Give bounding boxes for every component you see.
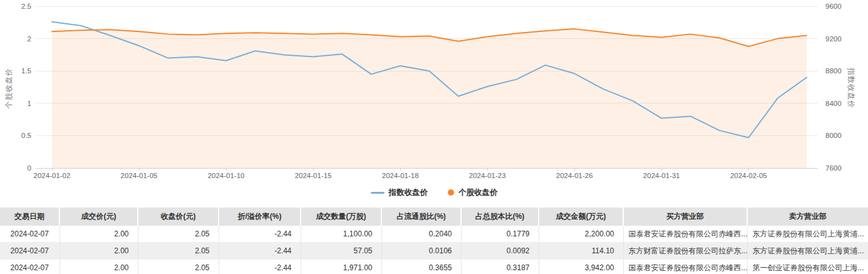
left-axis-tick-label: 0 [28, 164, 31, 172]
table-cell: 0.3187 [461, 260, 539, 274]
x-axis-tick-label: 2024-01-31 [643, 172, 680, 179]
table-cell: 0.0106 [381, 243, 461, 260]
table-cell: 2.00 [59, 226, 138, 243]
table-cell: 东方证券股份有限公司上海黄浦... [747, 243, 868, 260]
x-axis-tick-label: 2024-01-18 [382, 172, 419, 179]
table-row: 2024-02-072.002.05-2.4457.050.01060.0092… [0, 243, 868, 260]
table-cell: 国泰君安证券股份有限公司赤峰西... [623, 260, 747, 274]
right-axis-tick-label: 9200 [825, 35, 842, 43]
dual-axis-price-chart: 2.59600292001.58800184000.58000076002024… [0, 0, 868, 208]
legend-item-index-close[interactable]: 指数收盘价 [371, 187, 428, 198]
table-cell: 0.2040 [381, 226, 461, 243]
column-header: 成交金额(万元) [539, 208, 623, 226]
x-axis-tick-label: 2024-01-05 [121, 172, 158, 179]
table-cell: 2.05 [138, 226, 219, 243]
x-axis-tick-label: 2024-01-23 [469, 172, 506, 179]
column-header: 交易日期 [0, 208, 59, 226]
x-axis-tick-label: 2024-01-10 [208, 172, 245, 179]
table-cell: -2.44 [219, 243, 301, 260]
column-header: 收盘价(元) [138, 208, 219, 226]
column-header: 成交数量(万股) [301, 208, 381, 226]
table-cell: 东方证券股份有限公司上海黄浦... [747, 226, 868, 243]
right-axis-tick-label: 7600 [825, 164, 842, 172]
table-cell: 0.1779 [461, 226, 539, 243]
table-cell: 国泰君安证券股份有限公司赤峰西... [623, 226, 747, 243]
column-header: 卖方营业部 [747, 208, 868, 226]
chart-legend: 指数收盘价 个股收盘价 [0, 186, 868, 199]
x-axis-tick-label: 2024-01-02 [34, 172, 71, 179]
table-cell: 114.10 [539, 243, 623, 260]
table-cell: 2.00 [59, 260, 138, 274]
x-axis-tick-label: 2024-02-05 [730, 172, 767, 179]
right-axis-tick-label: 9600 [825, 3, 842, 10]
right-axis-tick-label: 8800 [825, 67, 842, 75]
left-axis-tick-label: 2.5 [21, 3, 31, 10]
column-header: 占总股本比(%) [461, 208, 539, 226]
table-cell: 2024-02-07 [0, 260, 59, 274]
table-cell: -2.44 [219, 226, 301, 243]
table-cell: 2.00 [59, 243, 138, 260]
table-row: 2024-02-072.002.05-2.441,100.000.20400.1… [0, 226, 868, 243]
left-axis-title: 个股收盘价 [4, 54, 14, 123]
table-cell: 2.05 [138, 243, 219, 260]
stock-price-area-fill [52, 29, 807, 168]
table-cell: 1,971.00 [301, 260, 381, 274]
left-axis-tick-label: 2 [28, 35, 31, 43]
table-header-row: 交易日期成交价(元)收盘价(元)折/溢价率(%)成交数量(万股)占流通股比(%)… [0, 208, 868, 226]
legend-dot-marker-icon [448, 189, 454, 196]
table-cell: 2024-02-07 [0, 226, 59, 243]
legend-label: 指数收盘价 [389, 187, 428, 198]
table-cell: 2,200.00 [539, 226, 623, 243]
column-header: 占流通股比(%) [381, 208, 461, 226]
table-cell: 57.05 [301, 243, 381, 260]
table-cell: 0.3655 [381, 260, 461, 274]
x-axis-tick-label: 2024-01-26 [556, 172, 593, 179]
table-cell: 东方财富证券股份有限公司拉萨东... [623, 243, 747, 260]
column-header: 买方营业部 [623, 208, 747, 226]
right-axis-title: 指数收盘价 [845, 54, 856, 123]
legend-item-stock-close[interactable]: 个股收盘价 [448, 187, 498, 198]
left-axis-tick-label: 0.5 [21, 132, 31, 139]
table-row: 2024-02-072.002.05-2.441,971.000.36550.3… [0, 260, 868, 274]
legend-line-marker-icon [371, 192, 385, 194]
chart-canvas: 2.59600292001.58800184000.58000076002024… [0, 0, 868, 186]
right-axis-tick-label: 8400 [825, 100, 842, 107]
legend-label: 个股收盘价 [458, 187, 498, 198]
table-cell: 0.0092 [461, 243, 539, 260]
table-cell: 2.05 [138, 260, 219, 274]
table-cell: 2024-02-07 [0, 243, 59, 260]
x-axis-tick-label: 2024-01-15 [295, 172, 332, 179]
left-axis-tick-label: 1.5 [21, 67, 31, 75]
table-cell: 第一创业证券股份有限公司上海... [747, 260, 868, 274]
table-cell: 1,100.00 [301, 226, 381, 243]
block-trade-table: 交易日期成交价(元)收盘价(元)折/溢价率(%)成交数量(万股)占流通股比(%)… [0, 208, 868, 274]
column-header: 成交价(元) [59, 208, 138, 226]
left-axis-tick-label: 1 [28, 100, 31, 107]
table-cell: -2.44 [219, 260, 301, 274]
table-cell: 3,942.00 [539, 260, 623, 274]
right-axis-tick-label: 8000 [825, 132, 842, 139]
column-header: 折/溢价率(%) [219, 208, 301, 226]
